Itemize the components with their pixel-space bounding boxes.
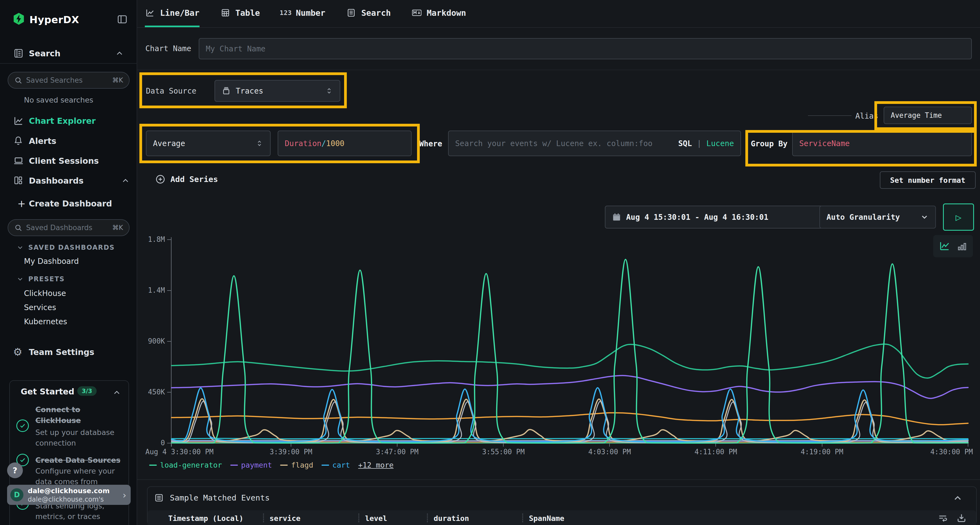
metric-expression-input[interactable]: Duration/1000 bbox=[278, 130, 412, 156]
app-root: Line/BarTable123NumberSearchMarkdown Cha… bbox=[0, 0, 980, 525]
column-header-service[interactable]: service bbox=[269, 514, 301, 523]
saved-searches-input[interactable]: Saved Searches ⌘K bbox=[8, 72, 130, 89]
column-separator[interactable] bbox=[263, 514, 264, 522]
x-axis-label: 4:19:00 PM bbox=[800, 448, 843, 456]
presets-group-header[interactable]: PRESETS bbox=[16, 275, 65, 283]
user-email: dale@clickhouse.com bbox=[28, 487, 110, 495]
sidebar-item-label: Dashboards bbox=[29, 176, 84, 186]
legend-label: payment bbox=[241, 461, 272, 469]
sql-toggle[interactable]: SQL bbox=[678, 139, 692, 148]
tab-label: Line/Bar bbox=[160, 8, 200, 18]
date-range-input[interactable]: Aug 4 15:30:01 - Aug 4 16:30:01 bbox=[605, 206, 850, 228]
y-axis-label: 1.4M bbox=[139, 286, 165, 294]
hyperdx-logo-icon[interactable] bbox=[12, 12, 25, 25]
legend-item-payment[interactable]: payment bbox=[230, 461, 272, 469]
run-query-button[interactable]: ▷ bbox=[943, 203, 974, 231]
legend-item-flagd[interactable]: flagd bbox=[280, 461, 313, 469]
x-axis-tick bbox=[397, 443, 398, 447]
x-axis-label: 3:39:00 PM bbox=[270, 448, 312, 456]
legend-item--12-more[interactable]: +12 more bbox=[358, 461, 394, 469]
sidebar: HyperDX Search Saved Searches ⌘K No save… bbox=[0, 0, 137, 525]
get-started-item-desc: Set up your database connection bbox=[35, 427, 125, 448]
chart-plot-area[interactable] bbox=[172, 240, 968, 444]
set-number-format-label: Set number format bbox=[890, 176, 965, 184]
tab-number[interactable]: 123Number bbox=[281, 0, 325, 27]
tab-label: Number bbox=[296, 8, 325, 18]
group-by-value: ServiceName bbox=[799, 139, 850, 148]
data-source-select[interactable]: Traces bbox=[215, 80, 340, 102]
chart-name-input[interactable]: My Chart Name bbox=[199, 38, 972, 59]
shortcut-badge: ⌘K bbox=[112, 76, 123, 84]
date-range-value: Aug 4 15:30:01 - Aug 4 16:30:01 bbox=[626, 213, 768, 222]
team-settings-button[interactable]: ⚙ Team Settings bbox=[0, 343, 137, 361]
bell-icon bbox=[13, 135, 24, 146]
laptop-icon bbox=[13, 155, 24, 166]
y-axis-label: 1.8M bbox=[139, 235, 165, 243]
metric-token: / bbox=[321, 139, 326, 148]
sidebar-item-alerts[interactable]: Alerts bbox=[0, 132, 137, 150]
preset-clickhouse[interactable]: ClickHouse bbox=[24, 289, 66, 298]
y-axis-tick bbox=[167, 290, 171, 291]
download-icon[interactable] bbox=[956, 512, 967, 523]
collapse-sidebar-icon[interactable] bbox=[116, 14, 128, 25]
sidebar-item-dashboards[interactable]: Dashboards bbox=[0, 172, 137, 189]
x-axis-tick bbox=[609, 443, 610, 447]
help-button[interactable]: ? bbox=[7, 462, 23, 478]
chevron-up-icon[interactable] bbox=[112, 388, 121, 397]
x-axis-tick bbox=[503, 443, 504, 447]
aggregation-select[interactable]: Average bbox=[146, 130, 270, 156]
column-separator[interactable] bbox=[427, 514, 428, 522]
legend-item-load-generator[interactable]: load-generator bbox=[149, 461, 222, 469]
column-header-level[interactable]: level bbox=[365, 514, 387, 523]
tab-search[interactable]: Search bbox=[346, 0, 391, 27]
legend-more-label: +12 more bbox=[358, 461, 394, 469]
search-section-header[interactable]: Search bbox=[13, 48, 124, 59]
preset-services[interactable]: Services bbox=[24, 303, 56, 312]
column-separator[interactable] bbox=[522, 514, 523, 522]
chevron-right-icon: › bbox=[123, 490, 126, 501]
saved-dashboards-group-header[interactable]: SAVED DASHBOARDS bbox=[16, 244, 115, 251]
create-dashboard-button[interactable]: + Create Dashboard bbox=[0, 195, 137, 212]
get-started-badge: 3/3 bbox=[77, 386, 97, 396]
alias-input[interactable]: Average Time bbox=[884, 106, 972, 124]
sample-events-title: Sample Matched Events bbox=[170, 493, 270, 503]
tab-table[interactable]: Table bbox=[220, 0, 260, 27]
granularity-select[interactable]: Auto Granularity bbox=[819, 206, 936, 228]
lucene-toggle[interactable]: Lucene bbox=[706, 139, 734, 148]
x-axis-tick bbox=[822, 443, 822, 447]
saved-dashboards-input[interactable]: Saved Dashboards ⌘K bbox=[8, 219, 130, 236]
saved-dashboards-placeholder: Saved Dashboards bbox=[26, 224, 108, 232]
column-header-duration[interactable]: duration bbox=[434, 514, 469, 523]
column-separator[interactable] bbox=[358, 514, 360, 522]
series-unnamed-0 bbox=[172, 438, 968, 439]
series-unnamed-6 bbox=[172, 412, 968, 425]
x-axis-label: 3:55:00 PM bbox=[482, 448, 525, 456]
group-by-input[interactable]: ServiceName bbox=[792, 130, 972, 156]
sidebar-item-chart-explorer[interactable]: Chart Explorer bbox=[0, 112, 137, 130]
chevron-down-icon bbox=[920, 213, 929, 221]
sidebar-item-client-sessions[interactable]: Client Sessions bbox=[0, 152, 137, 170]
table-icon bbox=[220, 8, 231, 18]
column-header-timestamp-local-[interactable]: Timestamp (Local) bbox=[168, 514, 243, 523]
set-number-format-button[interactable]: Set number format bbox=[880, 171, 976, 189]
markdown-icon bbox=[412, 8, 422, 18]
wrap-text-icon[interactable] bbox=[937, 513, 948, 523]
x-axis-label: Aug 4 3:30:00 PM bbox=[145, 448, 213, 456]
legend-item-cart[interactable]: cart bbox=[321, 461, 350, 469]
column-header-spanname[interactable]: SpanName bbox=[529, 514, 564, 523]
dashboard-my-dashboard[interactable]: My Dashboard bbox=[24, 257, 79, 266]
add-series-button[interactable]: Add Series bbox=[155, 174, 218, 184]
user-menu[interactable]: D dale@clickhouse.com dale@clickhouse.co… bbox=[7, 485, 130, 505]
legend-label: cart bbox=[332, 461, 350, 469]
where-input[interactable]: Search your events w/ Lucene ex. column:… bbox=[448, 130, 741, 156]
sample-events-header[interactable]: Sample Matched Events bbox=[154, 493, 270, 503]
metric-token: 1000 bbox=[326, 139, 344, 148]
tab-markdown[interactable]: Markdown bbox=[412, 0, 466, 27]
y-axis-label: 450K bbox=[139, 388, 165, 396]
collapse-chevron-up-icon[interactable] bbox=[952, 493, 963, 504]
legend-label: load-generator bbox=[160, 461, 222, 469]
tab-line-bar[interactable]: Line/Bar bbox=[145, 0, 200, 27]
chart-type-tabs: Line/BarTable123NumberSearchMarkdown bbox=[137, 0, 980, 28]
preset-kubernetes[interactable]: Kubernetes bbox=[24, 317, 67, 326]
x-axis-label: 4:11:00 PM bbox=[694, 448, 737, 456]
